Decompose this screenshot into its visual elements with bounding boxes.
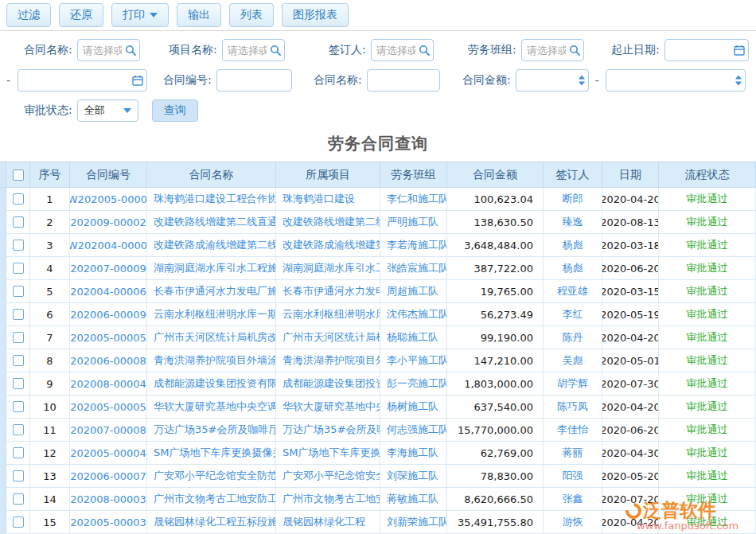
number-stepper-icon[interactable] (735, 76, 742, 86)
cell-contract-name: 广安邓小平纪念馆安全防范系 (147, 465, 276, 488)
cell-contract-no[interactable]: 202006-00009 (70, 303, 147, 326)
cell-contract-no[interactable]: 202008-00003 (70, 488, 147, 511)
cell-amount: 78,830.00 (447, 465, 544, 488)
table-row: 10 202005-00005 华软大厦研究基地中央空调安 华软大厦研究基地中央… (0, 396, 756, 419)
header-signer: 签订人 (544, 162, 602, 188)
cell-contract-no[interactable]: 202006-00007 (70, 465, 147, 488)
select-all-checkbox[interactable] (13, 170, 24, 181)
contract-no-label: 合同编号: (163, 73, 212, 88)
cell-contract-no[interactable]: 202006-00008 (70, 349, 147, 372)
cell-checkbox (6, 303, 30, 326)
row-checkbox[interactable] (13, 332, 24, 343)
row-checkbox[interactable] (13, 424, 24, 435)
cell-amount: 3,648,484.00 (447, 234, 544, 257)
cell-project: 华软大厦研究基地中央 (276, 396, 380, 419)
cell-contract-no[interactable]: 202005-00004 (70, 442, 147, 465)
cell-labor-team: 杨树施工队 (380, 396, 447, 419)
calendar-icon[interactable] (734, 45, 745, 56)
header-contract-name: 合同名称 (147, 162, 276, 188)
table-row: 12 202005-00004 SM广场地下车库更换摄像头工 SM广场地下车库更… (0, 442, 756, 465)
table-body: 1 LW202005-00006 珠海鹤港口建设工程合作协议 珠海鹤港口建设 李… (0, 188, 756, 534)
cell-contract-no[interactable]: 202004-00006 (70, 280, 147, 303)
cell-signer: 游恢 (544, 511, 602, 534)
contract-name2-filter: 合同名称: (314, 69, 440, 92)
amount-max-input[interactable] (606, 69, 746, 92)
left-strip (0, 372, 6, 396)
project-name-label: 项目名称: (169, 43, 217, 57)
list-view-button[interactable]: 列表 (229, 3, 274, 27)
date-end-input[interactable] (18, 69, 147, 92)
cell-contract-no[interactable]: LW202005-00006 (70, 188, 147, 211)
cell-contract-no[interactable]: 202009-00002 (70, 211, 147, 234)
contract-no-input[interactable] (216, 69, 292, 92)
cell-seq: 4 (30, 257, 70, 280)
cell-checkbox (6, 465, 30, 488)
restore-button[interactable]: 还原 (59, 3, 103, 27)
cell-seq: 5 (30, 280, 70, 303)
cell-status: 审批通过 (659, 303, 756, 326)
query-button[interactable]: 查询 (152, 99, 198, 122)
cell-contract-no[interactable]: 202008-00004 (70, 372, 147, 396)
cell-labor-team: 沈伟杰施工队 (380, 303, 447, 326)
left-strip (0, 280, 6, 303)
approval-status-select[interactable]: 全部 (77, 99, 138, 122)
graph-report-button[interactable]: 图形报表 (282, 3, 349, 27)
row-checkbox[interactable] (13, 516, 24, 528)
table-row: 9 202008-00004 成都能源建设集团投资有限公 成都能源建设集团投资 … (0, 372, 756, 396)
table-header-row: 序号 合同编号 合同名称 所属项目 劳务班组 合同金额 签订人 日期 流程状态 (0, 162, 756, 188)
row-checkbox[interactable] (13, 401, 24, 412)
cell-contract-name: 改建铁路线增建第二线直通线 (147, 211, 276, 234)
filter-button[interactable]: 过滤 (6, 3, 51, 27)
cell-contract-name: 华软大厦研究基地中央空调安 (147, 396, 276, 419)
header-labor-team: 劳务班组 (380, 162, 447, 188)
cell-contract-no[interactable]: 202005-00005 (70, 396, 147, 419)
left-strip (0, 419, 6, 442)
cell-contract-no[interactable]: 202007-00009 (70, 257, 147, 280)
labor-team-filter: 劳务班组: (468, 39, 584, 61)
search-icon[interactable] (419, 45, 430, 56)
contract-name2-input[interactable] (367, 69, 440, 92)
cell-seq: 6 (30, 303, 70, 326)
cell-contract-no[interactable]: LW202004-00007 (70, 234, 147, 257)
cell-contract-no[interactable]: 202005-00005 (70, 326, 147, 349)
row-checkbox[interactable] (13, 263, 24, 274)
cell-seq: 8 (30, 349, 70, 372)
print-button[interactable]: 打印 (111, 3, 169, 27)
row-checkbox[interactable] (13, 470, 24, 481)
row-checkbox[interactable] (13, 355, 24, 366)
cell-checkbox (6, 188, 30, 211)
cell-seq: 1 (30, 188, 70, 211)
cell-signer: 陈巧凤 (544, 396, 602, 419)
export-button[interactable]: 输出 (177, 3, 221, 27)
row-checkbox[interactable] (13, 447, 24, 458)
cell-signer: 胡学辉 (544, 372, 602, 396)
cell-contract-name: 晟铭园林绿化工程五标段施工 (147, 511, 276, 534)
cell-seq: 9 (30, 372, 70, 396)
export-button-label: 输出 (188, 8, 210, 22)
cell-status: 审批通过 (659, 211, 756, 234)
calendar-icon[interactable] (132, 75, 143, 86)
search-icon[interactable] (569, 45, 580, 56)
row-checkbox[interactable] (13, 193, 24, 205)
row-checkbox[interactable] (13, 493, 24, 505)
row-checkbox[interactable] (13, 309, 24, 320)
row-checkbox[interactable] (13, 378, 24, 389)
cell-contract-no[interactable]: 202007-00008 (70, 419, 147, 442)
table-row: 15 202005-00003 晟铭园林绿化工程五标段施工 晟铭园林绿化工程 刘… (0, 511, 756, 534)
cell-contract-no[interactable]: 202005-00003 (70, 511, 147, 534)
cell-date: 2020-04-30 (602, 442, 659, 465)
date-range-start-filter: 起止日期: (611, 39, 749, 61)
graph-report-button-label: 图形报表 (293, 8, 337, 22)
date-range-separator: - (6, 74, 10, 87)
row-checkbox[interactable] (13, 216, 24, 228)
row-checkbox[interactable] (13, 240, 24, 251)
number-stepper-icon[interactable] (579, 76, 585, 86)
cell-status: 审批通过 (659, 465, 756, 488)
row-checkbox[interactable] (13, 286, 24, 297)
search-icon[interactable] (270, 45, 281, 56)
cell-amount: 387,722.00 (447, 257, 544, 280)
cell-checkbox (6, 211, 30, 234)
cell-project: 长春市伊通河水力发电 (276, 280, 380, 303)
cell-labor-team: 杨聪施工队 (380, 326, 447, 349)
search-icon[interactable] (125, 45, 136, 56)
